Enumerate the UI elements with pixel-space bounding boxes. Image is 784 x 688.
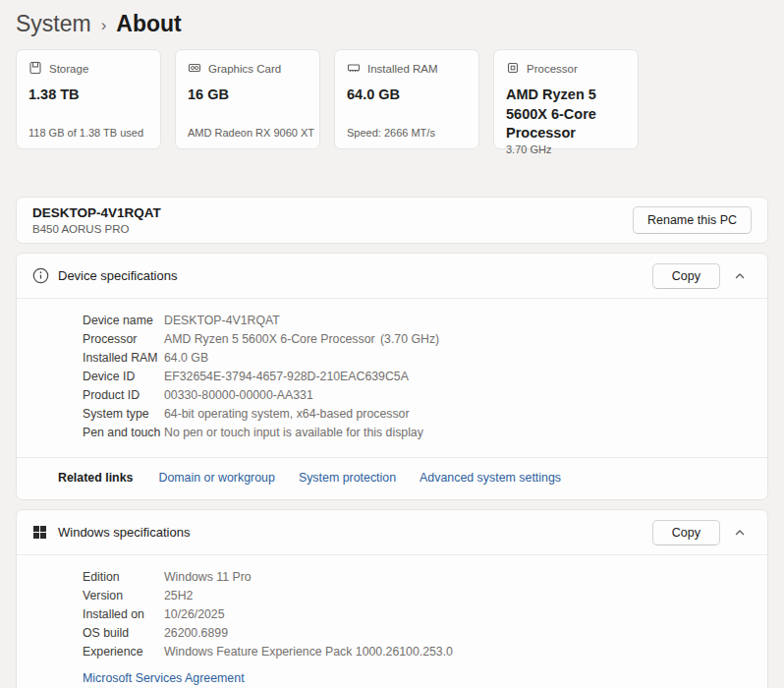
spec-row-edition: Edition Windows 11 Pro: [17, 568, 767, 587]
related-links-label: Related links: [58, 471, 133, 485]
storage-card[interactable]: Storage 1.38 TB 118 GB of 1.38 TB used: [16, 49, 161, 149]
spec-row-pen-and-touch: Pen and touch No pen or touch input is a…: [17, 424, 767, 442]
spec-row-product-id: Product ID 00330-80000-00000-AA331: [17, 386, 767, 405]
windows-logo-icon: [32, 525, 58, 540]
link-microsoft-services-agreement[interactable]: Microsoft Services Agreement: [83, 670, 767, 686]
storage-card-detail: 118 GB of 1.38 TB used: [28, 127, 148, 139]
spec-row-device-id: Device ID EF32654E-3794-4657-928D-210EAC…: [17, 368, 767, 386]
processor-card-label: Processor: [527, 63, 578, 75]
processor-clock-speed: (3.70 GHz): [380, 330, 439, 349]
spec-row-device-name: Device name DESKTOP-4V1RQAT: [17, 312, 767, 330]
storage-icon: [28, 61, 42, 77]
graphics-card-label: Graphics Card: [208, 63, 281, 75]
spec-row-experience: Experience Windows Feature Experience Pa…: [17, 643, 767, 661]
graphics-card-detail: AMD Radeon RX 9060 XT: [188, 127, 308, 139]
windows-specifications-header[interactable]: Windows specifications Copy: [17, 510, 767, 554]
processor-card-value: AMD Ryzen 5 5600X 6-Core Processor: [506, 86, 626, 143]
windows-specs-list: Edition Windows 11 Pro Version 25H2 Inst…: [17, 555, 767, 688]
processor-icon: [506, 61, 520, 77]
installed-ram-card-label: Installed RAM: [367, 63, 438, 75]
graphics-card-card[interactable]: Graphics Card 16 GB AMD Radeon RX 9060 X…: [175, 49, 320, 149]
device-name-card: DESKTOP-4V1RQAT B450 AORUS PRO Rename th…: [16, 197, 768, 244]
storage-card-value: 1.38 TB: [28, 86, 148, 105]
breadcrumb: System › About: [16, 0, 768, 49]
spec-row-system-type: System type 64-bit operating system, x64…: [17, 405, 767, 424]
installed-ram-card-detail: Speed: 2666 MT/s: [347, 127, 467, 139]
device-specs-list: Device name DESKTOP-4V1RQAT Processor AM…: [17, 299, 767, 457]
ram-icon: [347, 61, 361, 77]
installed-ram-card[interactable]: Installed RAM 64.0 GB Speed: 2666 MT/s: [334, 49, 479, 149]
graphics-card-icon: [188, 61, 201, 77]
rename-pc-button[interactable]: Rename this PC: [633, 206, 752, 234]
spec-row-processor: Processor AMD Ryzen 5 5600X 6-Core Proce…: [17, 330, 767, 349]
link-domain-or-workgroup[interactable]: Domain or workgroup: [158, 471, 274, 485]
breadcrumb-system[interactable]: System: [16, 11, 91, 37]
device-model: B450 AORUS PRO: [32, 223, 161, 235]
spec-row-version: Version 25H2: [17, 587, 767, 605]
spec-row-installed-on: Installed on 10/26/2025: [17, 605, 767, 624]
spec-row-os-build: OS build 26200.6899: [17, 624, 767, 643]
related-links-row: Related links Domain or workgroup System…: [17, 458, 767, 499]
device-identity: DESKTOP-4V1RQAT B450 AORUS PRO: [32, 205, 161, 235]
graphics-card-value: 16 GB: [188, 86, 308, 105]
chevron-right-icon: ›: [101, 14, 107, 35]
windows-specifications-section: Windows specifications Copy Edition Wind…: [16, 509, 768, 688]
processor-card[interactable]: Processor AMD Ryzen 5 5600X 6-Core Proce…: [493, 49, 639, 149]
summary-cards-row: Storage 1.38 TB 118 GB of 1.38 TB used G…: [16, 49, 768, 149]
processor-card-detail: 3.70 GHz: [506, 143, 626, 155]
microsoft-links: Microsoft Services Agreement Microsoft S…: [17, 661, 767, 688]
info-icon: [32, 267, 58, 284]
device-specifications-section: Device specifications Copy Device name D…: [16, 253, 768, 500]
device-specifications-title: Device specifications: [58, 268, 177, 283]
storage-card-label: Storage: [49, 63, 88, 75]
chevron-up-icon[interactable]: [724, 260, 756, 292]
installed-ram-card-value: 64.0 GB: [347, 86, 467, 105]
windows-specs-copy-button[interactable]: Copy: [652, 520, 720, 545]
windows-specifications-title: Windows specifications: [58, 525, 190, 540]
device-specifications-header[interactable]: Device specifications Copy: [17, 254, 767, 298]
link-system-protection[interactable]: System protection: [299, 471, 396, 485]
device-specs-copy-button[interactable]: Copy: [652, 263, 720, 289]
spec-row-installed-ram: Installed RAM 64.0 GB: [17, 349, 767, 368]
chevron-up-icon[interactable]: [724, 517, 756, 548]
link-advanced-system-settings[interactable]: Advanced system settings: [420, 471, 561, 485]
page-title: About: [116, 11, 181, 37]
about-settings-page: System › About Storage 1.38 TB 118 GB of…: [0, 0, 784, 688]
device-name: DESKTOP-4V1RQAT: [32, 205, 161, 220]
